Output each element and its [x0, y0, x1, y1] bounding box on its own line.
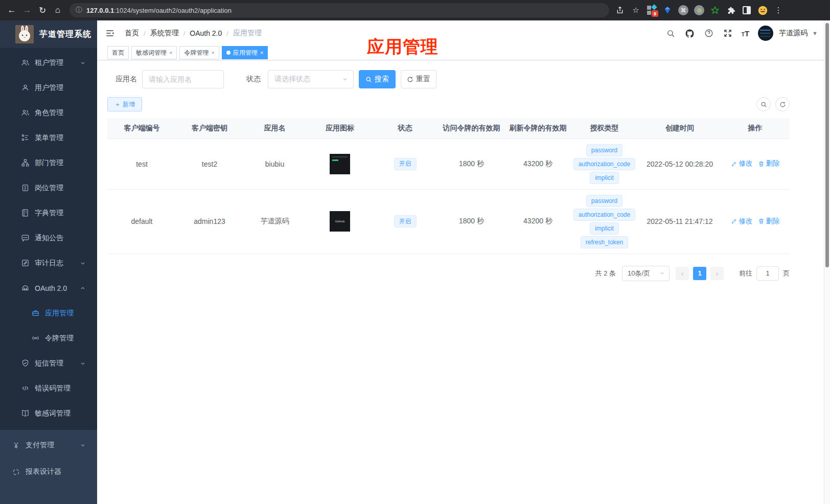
tab-3[interactable]: 应用管理×	[222, 46, 268, 59]
reset-button[interactable]: 重置	[401, 70, 436, 88]
tags-view-bar: 首页敏感词管理×令牌管理×应用管理×	[97, 46, 830, 60]
user-avatar[interactable]	[758, 26, 773, 41]
font-size-icon[interactable]: TT	[742, 29, 749, 38]
sidebar-item-label: 支付管理	[26, 441, 54, 450]
sidebar-item-5-badge[interactable]: 岗位管理	[0, 175, 97, 200]
cell-refresh-validity: 43200 秒	[506, 139, 570, 189]
tab-1[interactable]: 敏感词管理×	[131, 46, 177, 59]
command-circle-icon[interactable]: ⌘	[678, 5, 689, 16]
github-icon[interactable]	[685, 28, 695, 38]
applications-table: 客户端编号客户端密钥应用名应用图标状态访问令牌的有效期刷新令牌的有效期授权类型创…	[107, 118, 790, 254]
user-icon	[20, 83, 30, 93]
close-icon[interactable]: ×	[260, 50, 263, 56]
table-header-1: 客户端密钥	[176, 118, 243, 139]
search-button-label: 搜索	[375, 75, 389, 84]
url-bar[interactable]: ⓘ 127.0.0.1:1024/system/oauth2/oauth2/ap…	[70, 3, 609, 17]
info-icon[interactable]: ⓘ	[76, 6, 82, 15]
delete-button[interactable]: 删除	[758, 217, 780, 226]
sidebar-item-1-chart[interactable]: 报表设计器	[0, 459, 97, 485]
sidebar-item-3-tree[interactable]: 菜单管理	[0, 125, 97, 150]
collapse-sidebar-icon[interactable]	[105, 28, 116, 39]
app-name-label: 应用名	[116, 75, 137, 84]
sidebar-item-8-log[interactable]: 审计日志	[0, 250, 97, 276]
help-icon[interactable]	[704, 28, 714, 38]
sidebar-item-9-robot[interactable]: OAuth 2.0	[0, 276, 97, 301]
home-icon[interactable]: ⌂	[50, 5, 65, 15]
token-icon	[31, 334, 40, 343]
next-page-button[interactable]: ›	[710, 267, 724, 280]
bookmark-star-icon[interactable]: ☆	[630, 5, 641, 16]
table-refresh-icon[interactable]	[775, 97, 790, 111]
record-circle-icon[interactable]	[694, 5, 705, 16]
tab-2[interactable]: 令牌管理×	[179, 46, 219, 59]
msg-icon	[20, 234, 30, 243]
menu-dots-icon[interactable]: ⋮	[773, 5, 784, 16]
sidebar-item-14-book[interactable]: 敏感词管理	[0, 401, 97, 426]
sidebar-item-6-dict[interactable]: 字典管理	[0, 200, 97, 225]
sidebar-item-0-yen[interactable]: 支付管理	[0, 432, 97, 459]
sidebar-item-11-token[interactable]: 令牌管理	[0, 326, 97, 351]
cell-grant-types: passwordauthorization_codeimplicitrefres…	[570, 189, 639, 254]
sidebar-item-12-shield[interactable]: 短信管理	[0, 351, 97, 376]
username[interactable]: 芋道源码	[779, 29, 808, 38]
emoji-avatar[interactable]	[757, 5, 768, 16]
sidebar-item-0-users[interactable]: 租户管理	[0, 50, 97, 75]
status-select[interactable]: 请选择状态	[268, 70, 354, 88]
tab-0[interactable]: 首页	[107, 46, 129, 59]
top-navbar: 首页/系统管理/OAuth 2.0/应用管理 TT 芋道源码 ▼	[97, 20, 830, 46]
tab-label: 敏感词管理	[136, 49, 167, 57]
cell-actions: 修改删除	[721, 139, 790, 189]
sidebar-item-2-users[interactable]: 角色管理	[0, 100, 97, 125]
back-arrow-icon[interactable]: ←	[4, 5, 19, 15]
grant-type-tag: password	[586, 195, 622, 207]
reload-icon[interactable]: ↻	[35, 5, 50, 16]
add-button[interactable]: ＋ 新增	[107, 97, 142, 111]
breadcrumb-item-2[interactable]: OAuth 2.0	[190, 29, 222, 37]
close-icon[interactable]: ×	[211, 50, 214, 56]
page-size-select[interactable]: 10条/页	[622, 266, 670, 281]
app-icon-image	[330, 154, 350, 174]
log-icon	[20, 259, 30, 268]
goto-page-input[interactable]	[756, 266, 779, 281]
scrollbar-thumb[interactable]	[825, 23, 829, 267]
table-header-7: 授权类型	[570, 118, 639, 139]
dict-icon	[20, 209, 30, 218]
edit-button[interactable]: 修改	[731, 159, 753, 168]
grant-type-tag: authorization_code	[573, 209, 635, 221]
fullscreen-icon[interactable]	[723, 28, 733, 38]
breadcrumb-item-0[interactable]: 首页	[125, 29, 139, 38]
case-icon	[31, 309, 40, 318]
delete-button[interactable]: 删除	[758, 159, 780, 168]
search-icon[interactable]	[666, 28, 676, 38]
forward-arrow-icon[interactable]: →	[19, 5, 35, 15]
chevron-down-icon[interactable]: ▼	[812, 30, 818, 36]
puzzle-icon[interactable]	[725, 5, 736, 16]
sidebar-item-13-code[interactable]: 错误码管理	[0, 376, 97, 401]
tab-label: 应用管理	[233, 49, 258, 57]
edit-button[interactable]: 修改	[731, 217, 753, 226]
page-number-1[interactable]: 1	[693, 267, 706, 280]
sidebar-item-label: OAuth 2.0	[35, 284, 67, 292]
page-scrollbar[interactable]	[824, 20, 830, 504]
pencil-icon	[731, 161, 737, 167]
yen-icon	[11, 441, 20, 450]
sidebar-item-10-case[interactable]: 应用管理	[0, 301, 97, 326]
sidebar-item-4-org[interactable]: 部门管理	[0, 150, 97, 175]
breadcrumb-item-1[interactable]: 系统管理	[150, 29, 179, 38]
table-search-icon[interactable]	[756, 97, 771, 111]
close-icon[interactable]: ×	[169, 50, 172, 56]
extension-grid-icon[interactable]: 9	[646, 5, 657, 16]
search-button[interactable]: 搜索	[359, 70, 396, 88]
chevron-down-icon	[80, 360, 86, 366]
prev-page-button[interactable]: ‹	[676, 267, 689, 280]
badge-icon	[20, 184, 30, 193]
green-star-icon[interactable]	[709, 5, 721, 16]
grant-type-tag: implicit	[590, 172, 619, 184]
annotation-text: 应用管理	[367, 35, 439, 59]
share-icon[interactable]	[614, 5, 626, 16]
gem-icon[interactable]	[662, 5, 673, 16]
sidebar-item-7-msg[interactable]: 通知公告	[0, 225, 97, 250]
sidebar-item-1-user[interactable]: 用户管理	[0, 75, 97, 100]
app-name-input[interactable]	[142, 70, 224, 88]
split-window-icon[interactable]	[741, 5, 752, 16]
